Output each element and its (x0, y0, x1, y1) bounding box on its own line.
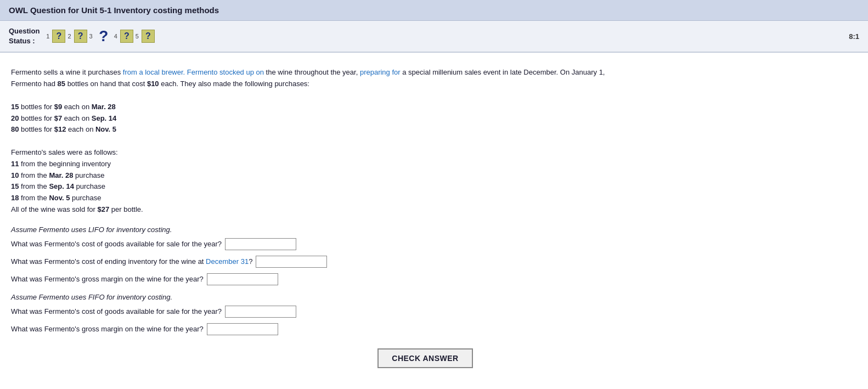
q3-num: 3 (89, 33, 93, 40)
lifo-ending-inv-label: What was Fermento's cost of ending inven… (11, 257, 252, 266)
lifo-cogs-label: What was Fermento's cost of goods availa… (11, 240, 222, 248)
q1-num: 1 (46, 33, 49, 40)
lifo-heading: Assume Fermento uses LIFO for inventory … (11, 225, 839, 234)
check-answer-section: CHECK ANSWER (11, 348, 839, 368)
question-status-bar: Question Status : 1 ? 2 ? 3 ? 4 ? 5 ? 8:… (0, 21, 868, 52)
lifo-gross-margin-label: What was Fermento's gross margin on the … (11, 275, 204, 283)
q5-num: 5 (136, 33, 139, 40)
status-left: Question Status : 1 ? 2 ? 3 ? 4 ? 5 ? (9, 26, 155, 46)
lifo-gross-margin-input[interactable] (207, 273, 278, 285)
fifo-heading: Assume Fermento uses FIFO for inventory … (11, 293, 839, 301)
status-time: 8:1 (849, 32, 859, 41)
lifo-cogs-row: What was Fermento's cost of goods availa… (11, 238, 839, 250)
fifo-cogs-label: What was Fermento's cost of goods availa… (11, 307, 222, 315)
q3-icon[interactable]: ? (95, 28, 112, 44)
fifo-cogs-input[interactable] (225, 306, 296, 318)
intro-text: Fermento sells a wine it purchases from … (11, 68, 605, 88)
page-header: OWL Question for Unit 5-1 Inventory cost… (0, 0, 868, 21)
page-title: OWL Question for Unit 5-1 Inventory cost… (9, 5, 859, 15)
q1-icon[interactable]: ? (52, 30, 65, 43)
lifo-ending-inv-row: What was Fermento's cost of ending inven… (11, 256, 839, 268)
problem-intro: Fermento sells a wine it purchases from … (11, 67, 839, 215)
q4-icon[interactable]: ? (120, 30, 133, 43)
lifo-gross-margin-row: What was Fermento's gross margin on the … (11, 273, 839, 285)
lifo-cogs-input[interactable] (225, 238, 296, 250)
fifo-cogs-row: What was Fermento's cost of goods availa… (11, 306, 839, 318)
fifo-gross-margin-label: What was Fermento's gross margin on the … (11, 325, 204, 333)
fifo-gross-margin-row: What was Fermento's gross margin on the … (11, 323, 839, 335)
lifo-ending-inv-input[interactable] (256, 256, 327, 268)
q2-num: 2 (67, 33, 71, 40)
check-answer-button[interactable]: CHECK ANSWER (377, 348, 472, 368)
main-content: Fermento sells a wine it purchases from … (0, 58, 850, 376)
fifo-gross-margin-input[interactable] (207, 323, 278, 335)
status-label: Question Status : (9, 26, 40, 46)
q4-num: 4 (114, 33, 117, 40)
q5-icon[interactable]: ? (142, 30, 155, 43)
question-icons: 1 ? 2 ? 3 ? 4 ? 5 ? (46, 28, 155, 44)
q2-icon[interactable]: ? (74, 30, 87, 43)
